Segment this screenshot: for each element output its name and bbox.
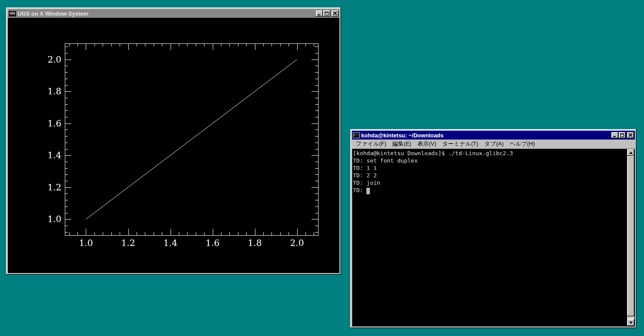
tick-label: 1.2: [47, 182, 61, 193]
ugs-plot-window: UGS UGS on X Window System 1.01.21.41.61…: [6, 7, 341, 275]
terminal-line-text: TD: set font duplex: [353, 157, 418, 164]
menu-item-2[interactable]: 表示(V): [414, 139, 439, 149]
tick-label: 1.0: [47, 214, 61, 224]
terminal-screen[interactable]: [kohda@kintetsu Downloads]$ ./td-Linux.g…: [352, 149, 635, 326]
minimize-icon: [318, 14, 320, 15]
tick-label: 1.2: [121, 238, 135, 248]
close-icon: [333, 11, 337, 15]
terminal-line-text: TD: join: [353, 180, 380, 186]
terminal-line: TD: join: [353, 179, 626, 186]
tick-label: 1.6: [206, 238, 220, 248]
terminal-menubar: ファイル(F)編集(E)表示(V)ターミナル(T)タブ(A)ヘルプ(H): [352, 140, 635, 149]
maximize-button[interactable]: [323, 10, 330, 17]
terminal-line-text: TD:: [353, 187, 366, 193]
ugs-app-icon: UGS: [9, 11, 16, 17]
scroll-up-button[interactable]: [627, 149, 634, 156]
maximize-icon: [325, 12, 329, 15]
line-chart: 1.01.21.41.61.82.01.01.21.41.61.82.0: [8, 18, 339, 273]
tick-label: 2.0: [290, 238, 304, 248]
tick-label: 1.8: [248, 238, 262, 248]
tick-label: 1.0: [79, 238, 93, 248]
terminal-scrollbar[interactable]: [627, 149, 634, 326]
scrollbar-thumb[interactable]: [627, 156, 634, 316]
terminal-line: [kohda@kintetsu Downloads]$ ./td-Linux.g…: [353, 150, 626, 157]
minimize-button[interactable]: [316, 10, 323, 17]
terminal-titlebar[interactable]: C:\ kohda@kintetsu: ~/Downloads: [352, 131, 635, 140]
close-button[interactable]: [627, 132, 634, 138]
plot-frame: [65, 44, 319, 236]
terminal-line: TD: set font duplex: [353, 157, 626, 164]
terminal-line: TD: 2 2: [353, 172, 626, 179]
tick-label: 1.4: [47, 150, 61, 160]
minimize-button[interactable]: [611, 132, 618, 138]
maximize-icon: [620, 133, 624, 137]
terminal-window: C:\ kohda@kintetsu: ~/Downloads ファイル(F)編…: [350, 129, 637, 328]
terminal-line: TD:: [353, 186, 626, 194]
tick-label: 2.0: [47, 54, 61, 65]
ugs-window-controls: [316, 10, 339, 17]
close-button[interactable]: [332, 10, 339, 17]
data-line-joined-line: [86, 60, 297, 220]
scroll-down-button[interactable]: [627, 319, 634, 326]
plot-area: 1.01.21.41.61.82.01.01.21.41.61.82.0: [8, 18, 339, 273]
tick-label: 1.8: [47, 86, 61, 96]
arrow-up-icon: [629, 152, 633, 154]
terminal-line: TD: 1 1: [353, 164, 626, 172]
menu-item-4[interactable]: タブ(A): [481, 139, 506, 149]
maximize-button[interactable]: [619, 132, 626, 138]
ugs-window-title: UGS on X Window System: [17, 10, 315, 17]
ugs-titlebar[interactable]: UGS UGS on X Window System: [8, 9, 339, 18]
tick-label: 1.6: [47, 118, 61, 129]
minimize-icon: [613, 136, 616, 137]
terminal-line-text: TD: 1 1: [353, 165, 377, 171]
terminal-line-text: TD: 2 2: [353, 172, 377, 179]
terminal-line-text: [kohda@kintetsu Downloads]$ ./td-Linux.g…: [353, 150, 513, 156]
arrow-down-icon: [629, 322, 633, 324]
close-icon: [629, 133, 632, 137]
terminal-output: [kohda@kintetsu Downloads]$ ./td-Linux.g…: [353, 150, 626, 326]
menu-item-0[interactable]: ファイル(F): [353, 139, 389, 149]
menu-item-5[interactable]: ヘルプ(H): [506, 139, 538, 149]
menu-item-1[interactable]: 編集(E): [389, 139, 414, 149]
terminal-app-icon: C:\: [353, 133, 360, 138]
terminal-cursor: [366, 188, 370, 194]
tick-label: 1.4: [164, 238, 178, 248]
terminal-window-controls: [611, 132, 634, 138]
menu-item-3[interactable]: ターミナル(T): [439, 139, 482, 149]
terminal-window-title: kohda@kintetsu: ~/Downloads: [361, 132, 610, 139]
